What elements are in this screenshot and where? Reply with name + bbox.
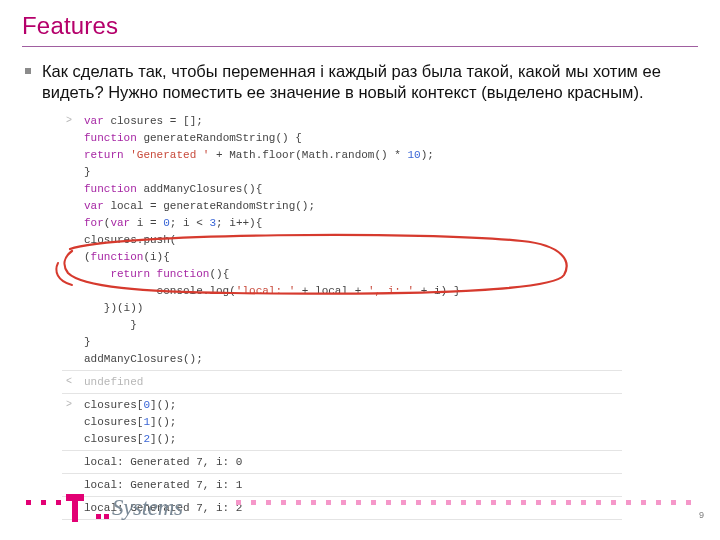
prompt-icon: > — [66, 399, 72, 410]
title-divider — [22, 46, 698, 47]
brand-logo: Systems — [64, 494, 183, 522]
bullet-list: Как сделать так, чтобы переменная i кажд… — [22, 61, 698, 103]
brand-text: Systems — [112, 495, 183, 521]
page-number: 9 — [699, 510, 704, 520]
result-icon: < — [66, 376, 72, 387]
bullet-item: Как сделать так, чтобы переменная i кажд… — [24, 61, 698, 103]
prompt-icon: > — [66, 115, 72, 126]
logo-dots-left — [26, 500, 61, 512]
code-panel: >var closures = []; function generateRan… — [62, 113, 622, 520]
logo-dots-right — [236, 500, 706, 512]
slide: Features Как сделать так, чтобы переменн… — [0, 0, 720, 540]
footer: Systems 9 — [0, 482, 720, 526]
page-title: Features — [22, 12, 698, 40]
t-icon — [64, 494, 86, 522]
